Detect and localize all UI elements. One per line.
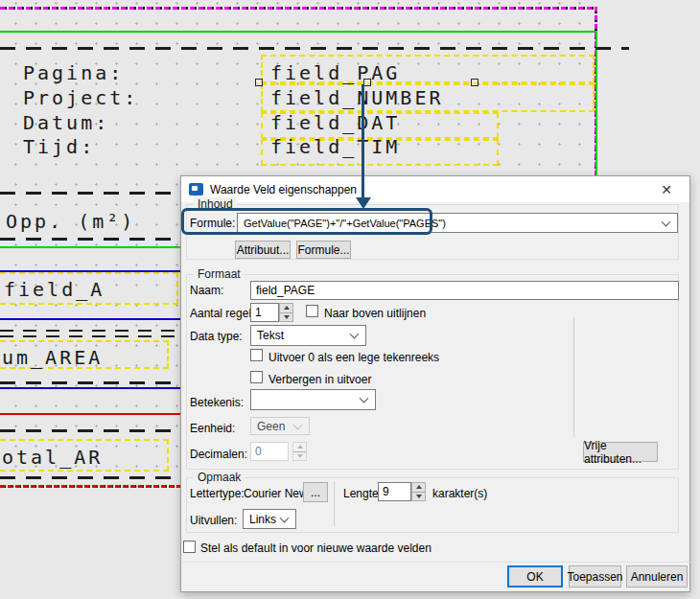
- cad-field-tim[interactable]: field_TIM: [270, 135, 400, 158]
- lengte-input[interactable]: 9: [378, 482, 411, 501]
- uitvoer-0-checkbox[interactable]: [250, 349, 263, 361]
- ok-button[interactable]: OK: [507, 565, 563, 587]
- lettertype-label: Lettertype:: [190, 487, 245, 500]
- formule-highlight-rect: [181, 208, 432, 235]
- eenheid-dropdown: Geen: [250, 417, 310, 435]
- formaat-divider: [573, 317, 574, 437]
- uitvullen-value: Links: [249, 513, 276, 526]
- cad-text-total-area[interactable]: otal_AR: [2, 446, 103, 469]
- lengte-label: Lengte:: [343, 487, 382, 500]
- verbergen-label: Verbergen in uitvoer: [268, 373, 371, 386]
- lettertype-value: Courier New: [244, 487, 308, 500]
- decimalen-stepper: [292, 442, 307, 461]
- spin-down-icon: [293, 451, 306, 461]
- grip-handle[interactable]: [363, 79, 371, 86]
- attribuut-button[interactable]: Attribuut...: [235, 241, 291, 259]
- naam-label: Naam:: [190, 284, 223, 297]
- spin-down-icon[interactable]: [412, 492, 425, 501]
- annotation-arrow-head: [356, 197, 371, 209]
- betekenis-dropdown[interactable]: [250, 389, 376, 410]
- green-line-right: [595, 31, 597, 175]
- decimalen-label: Decimalen:: [190, 448, 247, 461]
- data-type-value: Tekst: [257, 329, 284, 342]
- default-checkbox[interactable]: [183, 541, 196, 553]
- aantal-regels-stepper[interactable]: [279, 303, 293, 322]
- dialog-waarde-veld-eigenschappen: Waarde Veld eigenschappen ✕ Inhoud Formu…: [180, 175, 690, 592]
- footer-separator: [182, 562, 690, 563]
- formule-button[interactable]: Formule...: [296, 241, 351, 259]
- naam-input[interactable]: [250, 281, 679, 300]
- verbergen-checkbox[interactable]: [250, 371, 263, 383]
- annotation-arrow-line: [362, 84, 364, 199]
- uitvoer-0-label: Uitvoer 0 als een lege tekenreeks: [268, 351, 439, 364]
- cad-label-project: Project:: [23, 86, 138, 109]
- group-formaat-legend: Formaat: [194, 267, 245, 281]
- betekenis-label: Betekenis:: [190, 396, 244, 409]
- cad-text-opp: Opp. (m²): [6, 210, 135, 233]
- spin-up-icon[interactable]: [280, 304, 292, 312]
- dashed-line-1: [0, 47, 629, 50]
- cad-text-um-area[interactable]: um_AREA: [2, 346, 103, 369]
- lengte-stepper[interactable]: [411, 482, 426, 501]
- close-icon[interactable]: ✕: [653, 179, 680, 199]
- chevron-down-icon[interactable]: [350, 330, 360, 339]
- naar-boven-checkbox[interactable]: [306, 305, 318, 317]
- data-type-dropdown[interactable]: Tekst: [250, 325, 366, 346]
- cad-label-pagina: Pagina:: [23, 61, 124, 84]
- cad-field-area[interactable]: field_A: [4, 278, 105, 301]
- decimalen-input: 0: [250, 442, 289, 461]
- green-line-top: [0, 31, 597, 33]
- aantal-regels-input[interactable]: 1: [250, 303, 279, 322]
- cad-field-dat[interactable]: field_DAT: [270, 111, 400, 134]
- naar-boven-label: Naar boven uitlijnen: [324, 307, 426, 320]
- aantal-regels-label: Aantal regels: [190, 307, 257, 320]
- magenta-dotted-line-top: [0, 7, 596, 10]
- chevron-down-icon[interactable]: [360, 394, 369, 403]
- vrije-attributen-button[interactable]: Vrije attributen...: [583, 442, 658, 462]
- spin-up-icon[interactable]: [412, 483, 425, 492]
- spin-up-icon: [293, 443, 306, 451]
- opmaak-divider: [334, 481, 335, 526]
- cad-field-number[interactable]: field_NUMBER: [270, 86, 444, 109]
- chevron-down-icon[interactable]: [280, 513, 290, 522]
- cad-label-tijd: Tijd:: [23, 135, 95, 158]
- chevron-down-icon: [293, 420, 303, 429]
- dialog-title: Waarde Veld eigenschappen: [210, 183, 357, 196]
- data-type-label: Data type:: [190, 330, 243, 343]
- uitvullen-label: Uitvullen:: [190, 514, 237, 527]
- chevron-down-icon[interactable]: [662, 217, 671, 226]
- grip-handle[interactable]: [255, 79, 263, 86]
- toepassen-button[interactable]: Toepassen: [569, 565, 621, 587]
- group-opmaak-legend: Opmaak: [194, 471, 245, 484]
- dialog-icon: [189, 183, 203, 196]
- eenheid-label: Eenheid:: [190, 422, 235, 435]
- cad-label-datum: Datum:: [23, 111, 109, 134]
- eenheid-value: Geen: [257, 420, 285, 433]
- dialog-titlebar[interactable]: Waarde Veld eigenschappen ✕: [181, 176, 689, 202]
- grip-handle[interactable]: [471, 79, 478, 86]
- lettertype-browse-button[interactable]: ...: [303, 482, 328, 502]
- default-checkbox-label: Stel als default in voor nieuwe waarde v…: [200, 541, 432, 555]
- spin-down-icon[interactable]: [280, 312, 292, 322]
- lengte-suffix: karakter(s): [432, 487, 487, 500]
- uitvullen-dropdown[interactable]: Links: [243, 509, 296, 529]
- annuleren-button[interactable]: Annuleren: [626, 565, 688, 587]
- cad-field-pag[interactable]: field_PAG: [270, 61, 400, 84]
